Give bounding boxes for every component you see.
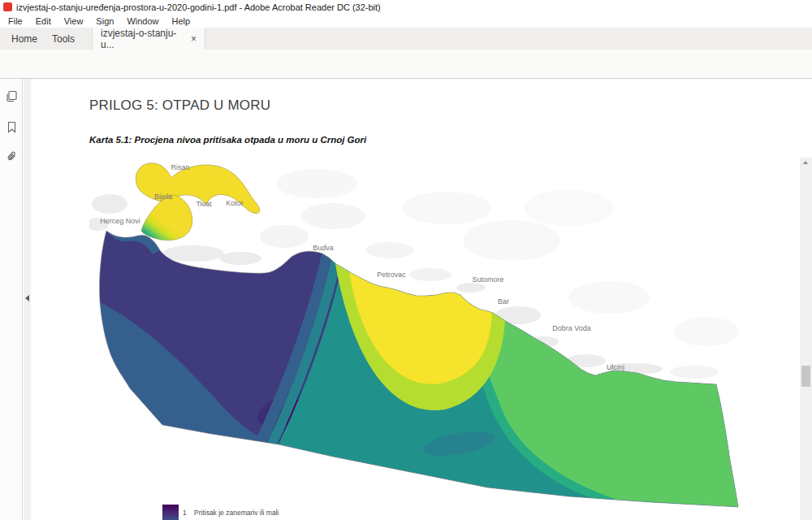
map-place-label: Herceg Novi xyxy=(100,217,140,225)
legend-label: Pritisak je zanemariv ili mali xyxy=(194,509,279,517)
scrollbar-thumb[interactable] xyxy=(801,366,810,387)
tab-tools[interactable]: Tools xyxy=(42,28,84,50)
content-area: PRILOG 5: OTPAD U MORU Karta 5.1: Procje… xyxy=(0,79,812,520)
menu-bar: File Edit View Sign Window Help xyxy=(0,14,812,28)
bookmarks-icon[interactable] xyxy=(6,121,18,133)
legend-rows: 1Pritisak je zanemariv ili mali2345Priti… xyxy=(183,505,279,520)
pdf-page: PRILOG 5: OTPAD U MORU Karta 5.1: Procje… xyxy=(31,79,800,520)
title-bar: izvjestaj-o-stanju-uređenja-prostora-u-2… xyxy=(0,0,812,14)
map-place-label: Tivat xyxy=(196,200,212,208)
menu-help[interactable]: Help xyxy=(166,16,197,26)
page-thumbnails-icon[interactable] xyxy=(6,90,18,102)
map-place-label: Budva xyxy=(313,244,334,252)
vertical-scrollbar[interactable] xyxy=(800,158,812,520)
map-place-label: Risan xyxy=(171,163,189,171)
map-caption: Karta 5.1: Procjena nivoa pritisaka otpa… xyxy=(89,135,366,145)
map-legend: 1Pritisak je zanemariv ili mali2345Priti… xyxy=(162,505,279,520)
pdf-app-icon xyxy=(3,2,12,11)
map-svg: RisanBijelaTivatKotorHerceg NoviBudvaPet… xyxy=(89,159,800,520)
legend-row: 1Pritisak je zanemariv ili mali xyxy=(183,507,279,518)
menu-sign[interactable]: Sign xyxy=(89,16,120,26)
menu-view[interactable]: View xyxy=(58,16,90,26)
window-title: izvjestaj-o-stanju-uređenja-prostora-u-2… xyxy=(16,2,381,12)
tab-bar: Home Tools izvjestaj-o-stanju-u... × xyxy=(0,28,812,50)
map-place-label: Kotor xyxy=(226,199,244,207)
map-place-label: Bar xyxy=(498,297,509,306)
tab-home[interactable]: Home xyxy=(2,28,47,50)
scroll-up-icon[interactable] xyxy=(803,161,808,164)
map-place-label: Ulcinj xyxy=(607,363,624,371)
acrobat-window: izvjestaj-o-stanju-uređenja-prostora-u-2… xyxy=(0,0,812,520)
menu-window[interactable]: Window xyxy=(120,16,165,26)
attachments-icon[interactable] xyxy=(6,150,18,162)
legend-color-ramp xyxy=(162,505,179,520)
page-title: PRILOG 5: OTPAD U MORU xyxy=(89,98,270,114)
panel-collapse-arrow-icon[interactable] xyxy=(25,295,29,301)
tab-document[interactable]: izvjestaj-o-stanju-u... × xyxy=(92,28,205,50)
legend-value: 1 xyxy=(183,509,194,517)
navigation-rail xyxy=(0,79,23,520)
menu-file[interactable]: File xyxy=(2,16,29,26)
pressure-map: RisanBijelaTivatKotorHerceg NoviBudvaPet… xyxy=(89,159,800,520)
map-place-label: Petrovac xyxy=(377,271,406,279)
bay-tivat-lobe xyxy=(141,195,192,240)
map-place-label: Dobra Voda xyxy=(552,324,591,332)
tab-close-icon[interactable]: × xyxy=(191,33,197,45)
main-toolbar: / 102 94,3% xyxy=(0,50,812,79)
map-place-label: Bijela xyxy=(154,193,172,201)
map-place-label: Sutomore xyxy=(472,275,503,284)
tab-document-label: izvjestaj-o-stanju-u... xyxy=(101,28,184,50)
menu-edit[interactable]: Edit xyxy=(29,16,58,26)
